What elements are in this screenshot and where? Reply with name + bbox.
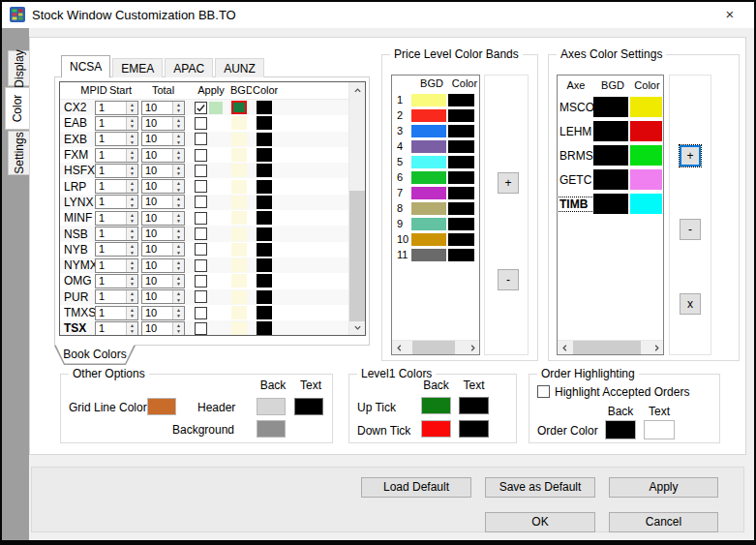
spinner-buttons[interactable]: ▲▼ xyxy=(126,322,137,335)
spinner-buttons[interactable]: ▲▼ xyxy=(126,165,137,177)
text-color-swatch[interactable] xyxy=(257,258,272,272)
spinner-down-icon[interactable]: ▼ xyxy=(127,313,137,319)
apply-checkbox[interactable] xyxy=(195,180,207,193)
total-spinner[interactable]: 10 ▲▼ xyxy=(141,306,185,320)
order-back-swatch[interactable] xyxy=(605,420,636,439)
total-spinner[interactable]: 10 ▲▼ xyxy=(141,274,185,288)
bgd-color-swatch[interactable] xyxy=(231,258,247,272)
apply-color-swatch[interactable] xyxy=(209,212,223,225)
region-tab[interactable]: AUNZ xyxy=(215,58,264,77)
scroll-left-icon[interactable] xyxy=(558,341,571,354)
start-spinner[interactable]: 1 ▲▼ xyxy=(95,321,138,336)
text-color-swatch[interactable] xyxy=(448,202,474,215)
total-spinner[interactable]: 10 ▲▼ xyxy=(141,116,185,131)
side-tab[interactable]: Settings xyxy=(8,131,29,175)
spinner-buttons[interactable]: ▲▼ xyxy=(126,243,137,256)
axe-label[interactable]: MSCO xyxy=(558,101,593,114)
bgd-color-swatch[interactable] xyxy=(411,109,446,122)
bgd-color-swatch[interactable] xyxy=(231,227,247,241)
side-tab[interactable]: Display xyxy=(8,50,29,86)
bgd-color-swatch[interactable] xyxy=(411,94,446,106)
apply-color-swatch[interactable] xyxy=(209,322,223,335)
region-tab[interactable]: APAC xyxy=(165,58,213,77)
apply-checkbox[interactable] xyxy=(195,212,207,225)
spinner-down-icon[interactable]: ▼ xyxy=(173,202,184,209)
spinner-down-icon[interactable]: ▼ xyxy=(127,234,137,241)
text-color-swatch[interactable] xyxy=(257,116,272,130)
up-tick-text-swatch[interactable] xyxy=(459,397,489,414)
text-color-swatch[interactable] xyxy=(448,125,474,137)
spinner-buttons[interactable]: ▲▼ xyxy=(172,275,184,288)
total-spinner[interactable]: 10 ▲▼ xyxy=(141,195,185,209)
spinner-buttons[interactable]: ▲▼ xyxy=(172,102,184,114)
cancel-button[interactable]: Cancel xyxy=(609,512,718,532)
apply-checkbox[interactable] xyxy=(195,117,207,130)
apply-color-swatch[interactable] xyxy=(209,243,223,256)
bgd-color-swatch[interactable] xyxy=(231,306,247,319)
bgd-color-swatch[interactable] xyxy=(411,233,446,246)
spinner-buttons[interactable]: ▲▼ xyxy=(172,117,184,130)
apply-color-swatch[interactable] xyxy=(209,259,223,272)
text-color-swatch[interactable] xyxy=(257,211,272,225)
text-color-swatch[interactable] xyxy=(448,156,474,168)
apply-checkbox[interactable] xyxy=(195,243,207,256)
start-spinner[interactable]: 1 ▲▼ xyxy=(95,179,138,194)
bgd-color-swatch[interactable] xyxy=(593,121,628,141)
text-color-swatch[interactable] xyxy=(630,145,662,166)
apply-color-swatch[interactable] xyxy=(209,117,223,130)
bgd-color-swatch[interactable] xyxy=(411,171,446,184)
spinner-down-icon[interactable]: ▼ xyxy=(127,250,137,257)
spinner-down-icon[interactable]: ▼ xyxy=(127,218,137,225)
highlight-accepted-orders-checkbox[interactable] xyxy=(537,385,550,398)
background-back-swatch[interactable] xyxy=(257,420,286,438)
axe-label[interactable]: GETC xyxy=(558,173,593,187)
apply-color-swatch[interactable] xyxy=(209,102,223,114)
down-tick-text-swatch[interactable] xyxy=(459,420,489,438)
start-spinner[interactable]: 1 ▲▼ xyxy=(95,289,138,304)
apply-color-swatch[interactable] xyxy=(209,196,223,208)
spinner-buttons[interactable]: ▲▼ xyxy=(172,133,184,145)
bgd-color-swatch[interactable] xyxy=(231,243,247,257)
text-color-swatch[interactable] xyxy=(257,274,272,288)
bgd-color-swatch[interactable] xyxy=(231,274,247,288)
apply-checkbox[interactable] xyxy=(195,275,207,288)
ok-button[interactable]: OK xyxy=(485,512,595,532)
spinner-down-icon[interactable]: ▼ xyxy=(127,123,137,130)
text-color-swatch[interactable] xyxy=(257,290,272,304)
text-color-swatch[interactable] xyxy=(630,194,662,214)
horizontal-scrollbar[interactable] xyxy=(558,340,663,354)
scroll-left-icon[interactable] xyxy=(392,341,406,354)
apply-color-swatch[interactable] xyxy=(209,275,223,288)
region-tab[interactable]: EMEA xyxy=(112,58,163,77)
bgd-color-swatch[interactable] xyxy=(231,133,247,146)
bgd-color-swatch[interactable] xyxy=(231,180,247,194)
start-spinner[interactable]: 1 ▲▼ xyxy=(95,227,138,241)
apply-color-swatch[interactable] xyxy=(209,180,223,193)
text-color-swatch[interactable] xyxy=(257,180,272,194)
vertical-scrollbar[interactable] xyxy=(348,82,365,335)
scroll-down-icon[interactable] xyxy=(349,319,365,335)
spinner-down-icon[interactable]: ▼ xyxy=(173,170,184,177)
spinner-buttons[interactable]: ▲▼ xyxy=(172,243,184,256)
total-spinner[interactable]: 10 ▲▼ xyxy=(141,227,185,241)
bgd-color-swatch[interactable] xyxy=(411,125,446,137)
spinner-buttons[interactable]: ▲▼ xyxy=(172,180,184,193)
spinner-down-icon[interactable]: ▼ xyxy=(173,313,184,319)
bgd-color-swatch[interactable] xyxy=(411,140,446,153)
apply-checkbox[interactable] xyxy=(195,165,207,177)
spinner-buttons[interactable]: ▲▼ xyxy=(126,102,137,114)
side-tab[interactable]: Color xyxy=(5,87,29,130)
spinner-buttons[interactable]: ▲▼ xyxy=(172,307,184,319)
apply-checkbox[interactable] xyxy=(195,196,207,208)
start-spinner[interactable]: 1 ▲▼ xyxy=(95,116,138,131)
up-tick-back-swatch[interactable] xyxy=(421,397,451,414)
text-color-swatch[interactable] xyxy=(257,227,272,241)
region-tab[interactable]: NCSA xyxy=(61,55,110,77)
spinner-down-icon[interactable]: ▼ xyxy=(173,328,184,335)
start-spinner[interactable]: 1 ▲▼ xyxy=(95,132,138,146)
apply-checkbox[interactable] xyxy=(195,259,207,272)
apply-checkbox[interactable] xyxy=(195,290,207,303)
bgd-color-swatch[interactable] xyxy=(411,156,446,168)
start-spinner[interactable]: 1 ▲▼ xyxy=(95,242,138,257)
spinner-down-icon[interactable]: ▼ xyxy=(173,265,184,272)
